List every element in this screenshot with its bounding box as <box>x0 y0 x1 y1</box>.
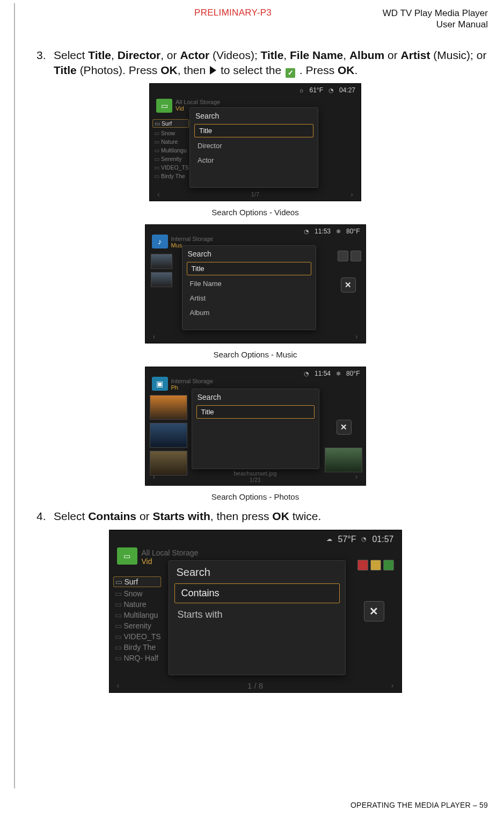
kw-title: Title <box>54 64 77 76</box>
footer-page: 59 <box>479 801 488 809</box>
t: , <box>283 49 290 61</box>
cloud-icon: ☁ <box>326 536 332 543</box>
list-item[interactable]: Snow <box>154 130 189 136</box>
videos-icon: ▭ <box>156 99 172 113</box>
thumb <box>151 272 172 287</box>
next-icon[interactable]: › <box>355 472 358 481</box>
option-filename[interactable]: File Name <box>182 276 316 291</box>
search-panel: Search Title <box>192 389 319 469</box>
t: , then press <box>210 510 273 522</box>
t: twice. <box>289 510 322 522</box>
screenshot-music: ◔ 11:53 ❄ 80°F ♪ Internal Storage Mus Se… <box>145 224 366 343</box>
t: Select <box>54 510 88 522</box>
status-time: 11:53 <box>315 228 331 235</box>
kw-ok: OK <box>160 64 178 76</box>
pager: ‹ 1/7 › <box>150 190 361 199</box>
clock-icon: ◔ <box>361 536 367 543</box>
close-button[interactable]: ✕ <box>364 601 384 621</box>
option-actor[interactable]: Actor <box>190 153 318 167</box>
thumb <box>151 254 172 269</box>
kw-director: Director <box>118 49 161 61</box>
list-item[interactable]: NRQ- Half <box>115 654 161 662</box>
crumb-highlight: Ph <box>171 384 178 391</box>
photos-icon: ▣ <box>152 377 168 391</box>
crumb-text: Internal Storage <box>171 378 213 384</box>
pager-text: 1 / 8 <box>247 681 263 690</box>
t: , then <box>178 64 209 76</box>
prev-icon[interactable]: ‹ <box>153 332 156 341</box>
thumb <box>150 395 187 420</box>
next-icon[interactable]: › <box>350 190 353 199</box>
close-button[interactable]: ✕ <box>337 420 352 435</box>
status-time: 04:27 <box>339 86 355 94</box>
option-artist[interactable]: Artist <box>182 291 316 305</box>
next-icon[interactable]: › <box>355 332 358 341</box>
step-3: 3. Select Title, Director, or Actor (Vid… <box>36 48 488 78</box>
list-item[interactable]: Multilangu <box>154 147 189 153</box>
list-item[interactable]: Birdy The <box>154 173 189 179</box>
option-album[interactable]: Album <box>182 305 316 320</box>
close-button[interactable]: ✕ <box>341 277 356 292</box>
status-bar: ☼ 61°F ◔ 04:27 <box>298 86 355 94</box>
option-title[interactable]: Title <box>187 262 311 275</box>
list-item[interactable]: Surf <box>152 119 189 128</box>
screenshot-contains-block: ☁ 57°F ◔ 01:57 ▭ All Local Storage Vid S… <box>23 530 488 695</box>
check-icon <box>286 68 295 78</box>
screenshot-videos: ☼ 61°F ◔ 04:27 ▭ All Local Storage Vid S… <box>149 83 361 201</box>
temp-icon: ☼ <box>298 87 304 93</box>
t: Select <box>54 49 88 61</box>
panel-title: Search <box>190 108 318 123</box>
list-item[interactable]: Birdy The <box>115 643 161 652</box>
panel-title: Search <box>182 246 316 261</box>
doc-type: User Manual <box>383 19 488 30</box>
list-item[interactable]: Multilangu <box>115 611 161 619</box>
product-name: WD TV Play Media Player <box>383 8 488 19</box>
list-item[interactable]: Nature <box>115 600 161 609</box>
t: (Photos). Press <box>77 64 160 76</box>
list-item[interactable]: VIDEO_TS <box>154 164 189 171</box>
thumb <box>325 448 362 472</box>
crumb-highlight: Vid <box>142 557 152 566</box>
option-director[interactable]: Director <box>190 138 318 153</box>
search-panel: Search Contains Starts with <box>169 560 346 675</box>
status-time: 01:57 <box>372 535 393 544</box>
screenshot-photos: ◔ 11:54 ❄ 80°F ▣ Internal Storage Ph Sea… <box>145 367 366 486</box>
screenshot-music-block: ◔ 11:53 ❄ 80°F ♪ Internal Storage Mus Se… <box>23 224 488 359</box>
next-icon[interactable]: › <box>391 681 394 690</box>
list-item[interactable]: VIDEO_TS <box>115 632 161 641</box>
screenshot-photos-block: ◔ 11:54 ❄ 80°F ▣ Internal Storage Ph Sea… <box>23 367 488 501</box>
status-bar: ☁ 57°F ◔ 01:57 <box>326 535 393 544</box>
kw-actor: Actor <box>180 49 209 61</box>
prev-icon[interactable]: ‹ <box>117 681 120 690</box>
option-title[interactable]: Title <box>194 124 313 137</box>
prev-icon[interactable]: ‹ <box>157 190 160 199</box>
caption-videos: Search Options - Videos <box>23 208 488 217</box>
clock-icon: ◔ <box>304 370 309 377</box>
search-panel: Search Title File Name Artist Album <box>182 245 316 330</box>
step-4: 4. Select Contains or Starts with, then … <box>36 509 488 524</box>
list-item[interactable]: Nature <box>154 138 189 145</box>
list-item[interactable]: Serenity <box>154 156 189 162</box>
thumb <box>338 251 348 261</box>
list-item[interactable]: Snow <box>115 589 161 598</box>
pager: ‹ 1 / 8 › <box>109 681 401 690</box>
thumb <box>370 560 381 571</box>
filename-label: beachsunset.jpg <box>233 470 276 477</box>
thumb <box>383 560 394 571</box>
crumb-text: All Local Storage <box>142 549 199 557</box>
status-temp: 61°F <box>309 86 323 94</box>
prev-icon[interactable]: ‹ <box>153 472 156 481</box>
pager: ‹ beachsunset.jpg 1/21 › <box>145 470 366 483</box>
footer-sep: – <box>471 801 479 809</box>
list-item[interactable]: Surf <box>113 576 161 587</box>
option-contains[interactable]: Contains <box>174 583 340 603</box>
temp-icon: ❄ <box>336 228 341 235</box>
clock-icon: ◔ <box>328 87 334 94</box>
list-item[interactable]: Serenity <box>115 621 161 630</box>
option-title[interactable]: Title <box>196 405 315 419</box>
play-icon <box>210 66 216 75</box>
option-starts-with[interactable]: Starts with <box>169 605 345 625</box>
caption-music: Search Options - Music <box>23 350 488 359</box>
step-text: Select Contains or Starts with, then pre… <box>54 509 488 524</box>
photo-thumbs-left <box>150 395 187 476</box>
